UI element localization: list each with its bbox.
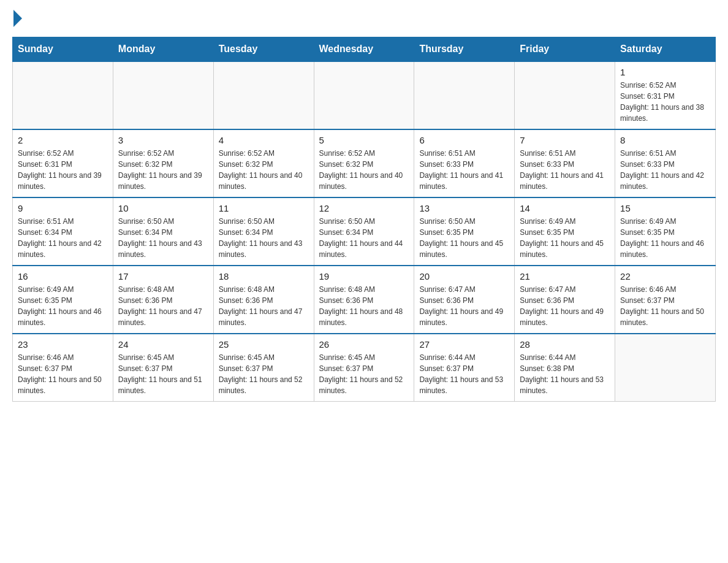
day-number: 20: [419, 271, 509, 282]
day-info: Sunrise: 6:51 AM Sunset: 6:34 PM Dayligh…: [18, 216, 108, 260]
calendar-week-5: 23Sunrise: 6:46 AM Sunset: 6:37 PM Dayli…: [13, 334, 716, 402]
day-number: 27: [419, 339, 509, 350]
day-info: Sunrise: 6:48 AM Sunset: 6:36 PM Dayligh…: [219, 284, 309, 328]
day-number: 4: [219, 135, 309, 145]
calendar-cell: [314, 61, 414, 129]
day-number: 6: [419, 135, 509, 145]
calendar-header-row: SundayMondayTuesdayWednesdayThursdayFrid…: [13, 37, 716, 62]
calendar-cell: 15Sunrise: 6:49 AM Sunset: 6:35 PM Dayli…: [615, 197, 716, 266]
col-header-monday: Monday: [113, 37, 213, 62]
col-header-sunday: Sunday: [13, 37, 113, 62]
day-number: 24: [118, 339, 208, 350]
day-number: 1: [620, 67, 710, 77]
day-info: Sunrise: 6:47 AM Sunset: 6:36 PM Dayligh…: [520, 284, 610, 328]
day-number: 7: [520, 135, 610, 145]
col-header-friday: Friday: [515, 37, 615, 62]
calendar-cell: 21Sunrise: 6:47 AM Sunset: 6:36 PM Dayli…: [515, 266, 615, 334]
day-info: Sunrise: 6:50 AM Sunset: 6:34 PM Dayligh…: [219, 216, 309, 260]
day-info: Sunrise: 6:51 AM Sunset: 6:33 PM Dayligh…: [620, 148, 710, 192]
day-number: 3: [118, 135, 208, 145]
col-header-wednesday: Wednesday: [314, 37, 414, 62]
calendar-cell: 18Sunrise: 6:48 AM Sunset: 6:36 PM Dayli…: [213, 266, 314, 334]
day-info: Sunrise: 6:52 AM Sunset: 6:32 PM Dayligh…: [219, 148, 309, 192]
day-number: 13: [419, 203, 509, 213]
day-info: Sunrise: 6:44 AM Sunset: 6:37 PM Dayligh…: [419, 352, 509, 396]
day-info: Sunrise: 6:50 AM Sunset: 6:34 PM Dayligh…: [319, 216, 409, 260]
day-info: Sunrise: 6:48 AM Sunset: 6:36 PM Dayligh…: [319, 284, 409, 328]
day-number: 17: [118, 271, 208, 282]
day-number: 2: [18, 135, 108, 145]
day-info: Sunrise: 6:46 AM Sunset: 6:37 PM Dayligh…: [18, 352, 108, 396]
calendar-cell: [615, 334, 716, 402]
col-header-thursday: Thursday: [414, 37, 515, 62]
day-info: Sunrise: 6:45 AM Sunset: 6:37 PM Dayligh…: [319, 352, 409, 396]
calendar-cell: 24Sunrise: 6:45 AM Sunset: 6:37 PM Dayli…: [113, 334, 213, 402]
calendar-week-3: 9Sunrise: 6:51 AM Sunset: 6:34 PM Daylig…: [13, 197, 716, 266]
calendar-cell: [113, 61, 213, 129]
calendar-cell: 20Sunrise: 6:47 AM Sunset: 6:36 PM Dayli…: [414, 266, 515, 334]
day-info: Sunrise: 6:51 AM Sunset: 6:33 PM Dayligh…: [520, 148, 610, 192]
calendar-cell: 7Sunrise: 6:51 AM Sunset: 6:33 PM Daylig…: [515, 129, 615, 197]
calendar-cell: 2Sunrise: 6:52 AM Sunset: 6:31 PM Daylig…: [13, 129, 113, 197]
day-number: 21: [520, 271, 610, 282]
day-info: Sunrise: 6:52 AM Sunset: 6:31 PM Dayligh…: [620, 80, 710, 124]
calendar-cell: 1Sunrise: 6:52 AM Sunset: 6:31 PM Daylig…: [615, 61, 716, 129]
logo-arrow-icon: [13, 10, 22, 27]
calendar-cell: 17Sunrise: 6:48 AM Sunset: 6:36 PM Dayli…: [113, 266, 213, 334]
day-number: 19: [319, 271, 409, 282]
day-number: 23: [18, 339, 108, 350]
calendar-cell: 22Sunrise: 6:46 AM Sunset: 6:37 PM Dayli…: [615, 266, 716, 334]
calendar-cell: 4Sunrise: 6:52 AM Sunset: 6:32 PM Daylig…: [213, 129, 314, 197]
calendar-cell: [213, 61, 314, 129]
day-number: 11: [219, 203, 309, 213]
calendar-week-2: 2Sunrise: 6:52 AM Sunset: 6:31 PM Daylig…: [13, 129, 716, 197]
day-info: Sunrise: 6:45 AM Sunset: 6:37 PM Dayligh…: [118, 352, 208, 396]
calendar-cell: 10Sunrise: 6:50 AM Sunset: 6:34 PM Dayli…: [113, 197, 213, 266]
day-number: 10: [118, 203, 208, 213]
calendar-cell: [13, 61, 113, 129]
calendar-cell: [414, 61, 515, 129]
calendar-cell: 14Sunrise: 6:49 AM Sunset: 6:35 PM Dayli…: [515, 197, 615, 266]
calendar-table: SundayMondayTuesdayWednesdayThursdayFrid…: [12, 37, 716, 402]
day-number: 5: [319, 135, 409, 145]
day-number: 9: [18, 203, 108, 213]
day-number: 14: [520, 203, 610, 213]
day-info: Sunrise: 6:48 AM Sunset: 6:36 PM Dayligh…: [118, 284, 208, 328]
day-number: 22: [620, 271, 710, 282]
calendar-cell: 25Sunrise: 6:45 AM Sunset: 6:37 PM Dayli…: [213, 334, 314, 402]
day-info: Sunrise: 6:47 AM Sunset: 6:36 PM Dayligh…: [419, 284, 509, 328]
day-info: Sunrise: 6:44 AM Sunset: 6:38 PM Dayligh…: [520, 352, 610, 396]
day-info: Sunrise: 6:49 AM Sunset: 6:35 PM Dayligh…: [620, 216, 710, 260]
day-info: Sunrise: 6:45 AM Sunset: 6:37 PM Dayligh…: [219, 352, 309, 396]
calendar-cell: 23Sunrise: 6:46 AM Sunset: 6:37 PM Dayli…: [13, 334, 113, 402]
calendar-cell: 13Sunrise: 6:50 AM Sunset: 6:35 PM Dayli…: [414, 197, 515, 266]
day-info: Sunrise: 6:52 AM Sunset: 6:31 PM Dayligh…: [18, 148, 108, 192]
calendar-cell: 16Sunrise: 6:49 AM Sunset: 6:35 PM Dayli…: [13, 266, 113, 334]
day-number: 16: [18, 271, 108, 282]
day-info: Sunrise: 6:51 AM Sunset: 6:33 PM Dayligh…: [419, 148, 509, 192]
calendar-week-4: 16Sunrise: 6:49 AM Sunset: 6:35 PM Dayli…: [13, 266, 716, 334]
day-number: 26: [319, 339, 409, 350]
calendar-cell: 8Sunrise: 6:51 AM Sunset: 6:33 PM Daylig…: [615, 129, 716, 197]
calendar-cell: 27Sunrise: 6:44 AM Sunset: 6:37 PM Dayli…: [414, 334, 515, 402]
calendar-cell: 11Sunrise: 6:50 AM Sunset: 6:34 PM Dayli…: [213, 197, 314, 266]
col-header-tuesday: Tuesday: [213, 37, 314, 62]
day-number: 28: [520, 339, 610, 350]
day-info: Sunrise: 6:46 AM Sunset: 6:37 PM Dayligh…: [620, 284, 710, 328]
calendar-cell: 9Sunrise: 6:51 AM Sunset: 6:34 PM Daylig…: [13, 197, 113, 266]
day-info: Sunrise: 6:49 AM Sunset: 6:35 PM Dayligh…: [18, 284, 108, 328]
calendar-cell: 28Sunrise: 6:44 AM Sunset: 6:38 PM Dayli…: [515, 334, 615, 402]
day-number: 8: [620, 135, 710, 145]
col-header-saturday: Saturday: [615, 37, 716, 62]
day-info: Sunrise: 6:52 AM Sunset: 6:32 PM Dayligh…: [319, 148, 409, 192]
calendar-cell: 3Sunrise: 6:52 AM Sunset: 6:32 PM Daylig…: [113, 129, 213, 197]
day-info: Sunrise: 6:52 AM Sunset: 6:32 PM Dayligh…: [118, 148, 208, 192]
day-number: 15: [620, 203, 710, 213]
day-number: 18: [219, 271, 309, 282]
day-number: 12: [319, 203, 409, 213]
day-info: Sunrise: 6:49 AM Sunset: 6:35 PM Dayligh…: [520, 216, 610, 260]
calendar-cell: 5Sunrise: 6:52 AM Sunset: 6:32 PM Daylig…: [314, 129, 414, 197]
calendar-cell: 19Sunrise: 6:48 AM Sunset: 6:36 PM Dayli…: [314, 266, 414, 334]
day-info: Sunrise: 6:50 AM Sunset: 6:34 PM Dayligh…: [118, 216, 208, 260]
calendar-cell: 6Sunrise: 6:51 AM Sunset: 6:33 PM Daylig…: [414, 129, 515, 197]
